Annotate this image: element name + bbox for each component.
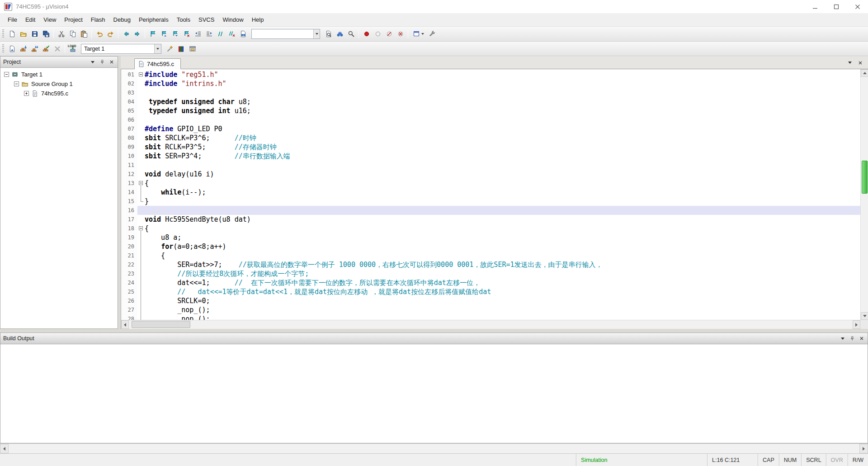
close-icon[interactable]: [858, 335, 865, 342]
build-output-content[interactable]: [0, 344, 868, 443]
line-number[interactable]: 20: [121, 242, 137, 251]
horizontal-splitter[interactable]: [0, 329, 868, 333]
status-indicator-num[interactable]: NUM: [779, 454, 801, 466]
line-number[interactable]: 04: [121, 97, 137, 106]
tab-list-chevron-icon[interactable]: [846, 59, 853, 66]
line-number[interactable]: 14: [121, 188, 137, 197]
menu-peripherals[interactable]: Peripherals: [135, 14, 173, 25]
menu-tools[interactable]: Tools: [173, 14, 194, 25]
indent-right-button[interactable]: [203, 29, 215, 39]
build-button[interactable]: [18, 43, 29, 54]
code-line-08[interactable]: 08sbit SRCLK=P3^6; //时钟: [121, 133, 860, 143]
search-document-button[interactable]: [323, 29, 334, 39]
editor-vertical-scrollbar[interactable]: [860, 69, 868, 320]
code-line-28[interactable]: 28 _nop_();: [121, 314, 860, 320]
line-number[interactable]: 07: [121, 124, 137, 133]
expand-icon[interactable]: [24, 91, 29, 96]
copy-button[interactable]: [67, 29, 78, 39]
scroll-left-arrow[interactable]: [121, 320, 129, 329]
close-button[interactable]: [847, 0, 868, 13]
menu-help[interactable]: Help: [248, 14, 268, 25]
code-line-10[interactable]: 10sbit SER=P3^4; //串行数据输入端: [121, 152, 860, 161]
code-line-12[interactable]: 12void delay(u16 i): [121, 170, 860, 179]
menu-file[interactable]: File: [4, 14, 21, 25]
bookmark-toggle-button[interactable]: [147, 29, 158, 39]
code-line-21[interactable]: 21 {: [121, 251, 860, 260]
code-line-19[interactable]: 19 u8 a;: [121, 233, 860, 242]
breakpoint-disable-all-button[interactable]: [383, 29, 395, 39]
indent-left-button[interactable]: [192, 29, 203, 39]
status-indicator-cap[interactable]: CAP: [758, 454, 779, 466]
scroll-left-arrow[interactable]: [0, 444, 9, 453]
code-line-18[interactable]: 18{: [121, 224, 860, 233]
bookmark-clear-all-button[interactable]: [181, 29, 192, 39]
line-number[interactable]: 15: [121, 197, 137, 206]
code-line-02[interactable]: 02#include "intrins.h": [121, 79, 860, 88]
save-button[interactable]: [29, 29, 40, 39]
toolbar-grip[interactable]: [2, 44, 4, 53]
chevron-down-icon[interactable]: [421, 33, 424, 35]
code-line-27[interactable]: 27 _nop_();: [121, 305, 860, 314]
line-number[interactable]: 12: [121, 170, 137, 179]
line-number[interactable]: 13: [121, 179, 137, 188]
maximize-button[interactable]: [826, 0, 847, 13]
line-number[interactable]: 25: [121, 287, 137, 296]
code-editor[interactable]: 01#include "reg51.h"02#include "intrins.…: [121, 69, 860, 320]
collapse-icon[interactable]: [14, 81, 19, 86]
line-number[interactable]: 28: [121, 314, 137, 320]
options-for-target-button[interactable]: [164, 43, 175, 54]
line-number[interactable]: 16: [121, 206, 137, 215]
output-horizontal-scrollbar[interactable]: [0, 443, 868, 453]
collapse-icon[interactable]: [4, 72, 9, 77]
code-line-15[interactable]: 15}: [121, 197, 860, 206]
find-combo[interactable]: [251, 29, 320, 39]
line-number[interactable]: 08: [121, 133, 137, 143]
fold-marker[interactable]: [137, 224, 145, 233]
chevron-down-icon[interactable]: [154, 44, 161, 53]
line-number[interactable]: 19: [121, 233, 137, 242]
menu-flash[interactable]: Flash: [87, 14, 109, 25]
workspace-button[interactable]: [187, 43, 198, 54]
stop-build-button[interactable]: [52, 43, 63, 54]
panel-menu-chevron-icon[interactable]: [839, 335, 846, 342]
menu-edit[interactable]: Edit: [21, 14, 39, 25]
navigate-forward-button[interactable]: [132, 29, 143, 39]
batch-build-button[interactable]: [40, 43, 52, 54]
configure-button[interactable]: [426, 29, 438, 39]
pin-icon[interactable]: [849, 335, 855, 342]
line-number[interactable]: 23: [121, 269, 137, 278]
cut-button[interactable]: [56, 29, 67, 39]
menu-project[interactable]: Project: [60, 14, 86, 25]
window-layout-button[interactable]: [410, 29, 426, 39]
code-line-16[interactable]: 16: [121, 206, 860, 215]
books-button[interactable]: [175, 43, 187, 54]
code-line-25[interactable]: 25 // dat<<=1等价于dat=dat<<1，就是将dat按位向左移动 …: [121, 287, 860, 296]
find-button[interactable]: [334, 29, 345, 39]
tree-item-source-group-1[interactable]: Source Group 1: [0, 79, 118, 89]
tree-item-target-1[interactable]: Target 1: [0, 70, 118, 79]
code-line-22[interactable]: 22 SER=dat>>7; //获取最高位的数字举一个例子 1000 0000…: [121, 260, 860, 269]
line-number[interactable]: 18: [121, 224, 137, 233]
line-number[interactable]: 10: [121, 152, 137, 161]
scrollbar-thumb[interactable]: [862, 161, 868, 194]
tree-item-74hc595.c[interactable]: 74hc595.c: [0, 89, 118, 98]
menu-view[interactable]: View: [39, 14, 60, 25]
code-line-23[interactable]: 23 //所以要经过8次循环，才能构成一个字节;: [121, 269, 860, 278]
line-number[interactable]: 03: [121, 88, 137, 97]
line-number[interactable]: 06: [121, 115, 137, 124]
chevron-down-icon[interactable]: [313, 29, 320, 38]
status-indicator-ovr[interactable]: OVR: [826, 454, 848, 466]
code-line-07[interactable]: 07#define GPIO_LED P0: [121, 124, 860, 133]
find-input[interactable]: [252, 30, 313, 38]
code-line-04[interactable]: 04 typedef unsigned char u8;: [121, 97, 860, 106]
line-number[interactable]: 24: [121, 278, 137, 287]
line-number[interactable]: 26: [121, 296, 137, 305]
minimize-button[interactable]: [804, 0, 826, 13]
incremental-find-button[interactable]: [345, 29, 357, 39]
comment-selection-button[interactable]: [215, 29, 226, 39]
tab-74hc595.c[interactable]: 74hc595.c: [134, 58, 181, 69]
line-number[interactable]: 21: [121, 251, 137, 260]
status-indicator-scrl[interactable]: SCRL: [801, 454, 826, 466]
scroll-right-arrow[interactable]: [853, 320, 860, 329]
bookmark-previous-button[interactable]: [158, 29, 170, 39]
